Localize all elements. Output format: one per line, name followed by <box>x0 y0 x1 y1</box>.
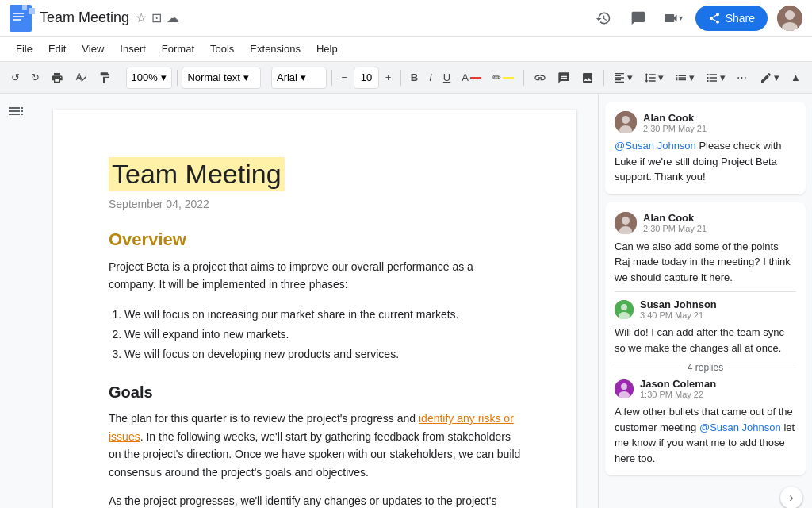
comment-avatar-2 <box>615 212 637 234</box>
comment-inline-button[interactable] <box>553 68 575 87</box>
reply-avatar-jason <box>615 379 634 398</box>
more-options-button[interactable]: ⋯ <box>732 68 752 87</box>
edit-mode-button[interactable]: ▾ <box>755 68 784 87</box>
overview-text: Project Beta is a project that aims to i… <box>109 258 521 294</box>
comment-author-1: Alan Cook <box>643 112 707 124</box>
svg-rect-1 <box>22 5 27 10</box>
link-button[interactable] <box>529 68 551 87</box>
paint-format-button[interactable] <box>94 68 116 87</box>
image-button[interactable] <box>576 68 599 87</box>
comments-panel: Alan Cook 2:30 PM May 21 @Susan Johnson … <box>598 94 812 508</box>
text-color-button[interactable]: A <box>457 68 486 87</box>
reply-text-jason: A few other bullets that came out of the… <box>615 404 796 466</box>
goals-text-after: . In the following weeks, we'll start by… <box>109 430 520 479</box>
overview-list: We will focus on increasing our market s… <box>124 305 521 365</box>
menu-insert[interactable]: Insert <box>113 40 152 58</box>
toolbar: ↺ ↻ 100% ▾ Normal text ▾ Arial ▾ − 10 + … <box>0 62 812 94</box>
title-bar: Team Meeting ☆ ⊡ ☁ ▾ Share <box>0 0 812 37</box>
menu-help[interactable]: Help <box>310 40 344 58</box>
print-button[interactable] <box>46 68 68 87</box>
outline-toggle[interactable] <box>6 102 25 123</box>
svg-point-15 <box>621 383 627 390</box>
share-label: Share <box>726 12 755 25</box>
comments-button[interactable] <box>626 6 651 31</box>
font-size-minus-button[interactable]: − <box>337 68 353 87</box>
align-button[interactable]: ▾ <box>608 68 638 87</box>
highlight-button[interactable]: ✏ <box>488 68 519 87</box>
reply-mention-jason: @Susan Johnson <box>699 421 781 433</box>
comment-text-2: Can we also add some of the points Raj m… <box>615 239 796 286</box>
separator-1 <box>121 70 121 86</box>
main-area: Team Meeting September 04, 2022 Overview… <box>0 94 812 508</box>
zoom-dropdown-icon: ▾ <box>161 71 167 83</box>
title-icons: ☆ ⊡ ☁ <box>136 10 179 25</box>
reply-time-jason: 1:30 PM May 22 <box>640 390 716 399</box>
bullet-list-button[interactable]: ▾ <box>701 68 730 87</box>
comment-time-2: 2:30 PM May 21 <box>643 224 707 233</box>
svg-rect-4 <box>13 19 21 21</box>
underline-button[interactable]: U <box>439 68 455 87</box>
zoom-value: 100% <box>132 71 158 83</box>
reply-time-susan: 3:40 PM May 21 <box>640 310 717 320</box>
header-right: ▾ Share <box>591 6 802 31</box>
menu-tools[interactable]: Tools <box>204 40 240 58</box>
menu-format[interactable]: Format <box>155 40 201 58</box>
reply-header-jason: Jason Coleman 1:30 PM May 22 <box>615 378 796 399</box>
menu-view[interactable]: View <box>75 40 110 58</box>
redo-button[interactable]: ↻ <box>26 68 44 87</box>
undo-button[interactable]: ↺ <box>6 68 25 87</box>
style-select[interactable]: Normal text ▾ <box>182 67 261 89</box>
highlight-color-swatch <box>503 77 514 79</box>
goals-heading: Goals <box>109 383 521 402</box>
document-page: Team Meeting September 04, 2022 Overview… <box>53 110 576 508</box>
replies-count-label[interactable]: 4 replies <box>615 362 796 373</box>
doc-icon <box>10 5 32 32</box>
font-value: Arial <box>277 71 297 83</box>
svg-point-9 <box>622 217 630 225</box>
comment-card-2: Alan Cook 2:30 PM May 21 Can we also add… <box>605 202 806 476</box>
line-spacing-button[interactable]: ▾ <box>639 68 668 87</box>
goals-paragraph-2: As the project progresses, we'll identif… <box>109 492 521 508</box>
star-icon[interactable]: ☆ <box>136 10 147 25</box>
document-area: Team Meeting September 04, 2022 Overview… <box>0 94 598 508</box>
style-value: Normal text <box>187 71 239 83</box>
spellcheck-button[interactable] <box>70 68 92 87</box>
menu-edit[interactable]: Edit <box>42 40 72 58</box>
font-size-value: 10 <box>361 71 372 83</box>
italic-button[interactable]: I <box>424 68 437 87</box>
separator-4 <box>331 70 332 86</box>
svg-point-6 <box>622 116 630 124</box>
user-avatar[interactable] <box>777 6 802 31</box>
comment-mention-1: @Susan Johnson <box>615 140 696 152</box>
folder-icon[interactable]: ⊡ <box>151 10 162 25</box>
goals-text-before: The plan for this quarter is to review t… <box>109 412 419 425</box>
separator-3 <box>266 70 266 86</box>
bold-button[interactable]: B <box>406 68 423 87</box>
reply-author-susan: Susan Johnson <box>640 298 717 310</box>
collapse-toolbar-button[interactable]: ▲ <box>786 68 806 87</box>
cloud-icon[interactable]: ☁ <box>167 10 179 25</box>
history-button[interactable] <box>591 6 616 31</box>
share-button[interactable]: Share <box>695 6 768 31</box>
comment-avatar-1 <box>615 111 637 133</box>
scroll-down-button[interactable]: › <box>780 487 802 508</box>
text-color-swatch <box>470 77 481 79</box>
list-item-1: We will focus on increasing our market s… <box>124 305 521 325</box>
font-select[interactable]: Arial ▾ <box>271 67 327 89</box>
font-size-select[interactable]: 10 <box>354 67 379 89</box>
comment-card-1: Alan Cook 2:30 PM May 21 @Susan Johnson … <box>605 102 806 194</box>
zoom-select[interactable]: 100% ▾ <box>126 67 172 89</box>
menu-extensions[interactable]: Extensions <box>243 40 307 58</box>
meet-button[interactable]: ▾ <box>661 6 686 31</box>
font-size-plus-button[interactable]: + <box>381 68 396 87</box>
menu-bar: File Edit View Insert Format Tools Exten… <box>0 37 812 62</box>
comment-header-2: Alan Cook 2:30 PM May 21 <box>615 212 796 234</box>
svg-rect-2 <box>13 13 24 14</box>
menu-file[interactable]: File <box>10 40 39 58</box>
separator-7 <box>603 70 604 86</box>
checklist-button[interactable]: ▾ <box>670 68 699 87</box>
font-dropdown-icon: ▾ <box>301 71 306 83</box>
reply-avatar-susan <box>615 300 634 319</box>
list-item-3: We will focus on developing new products… <box>124 344 521 364</box>
comment-header-1: Alan Cook 2:30 PM May 21 <box>615 111 796 133</box>
